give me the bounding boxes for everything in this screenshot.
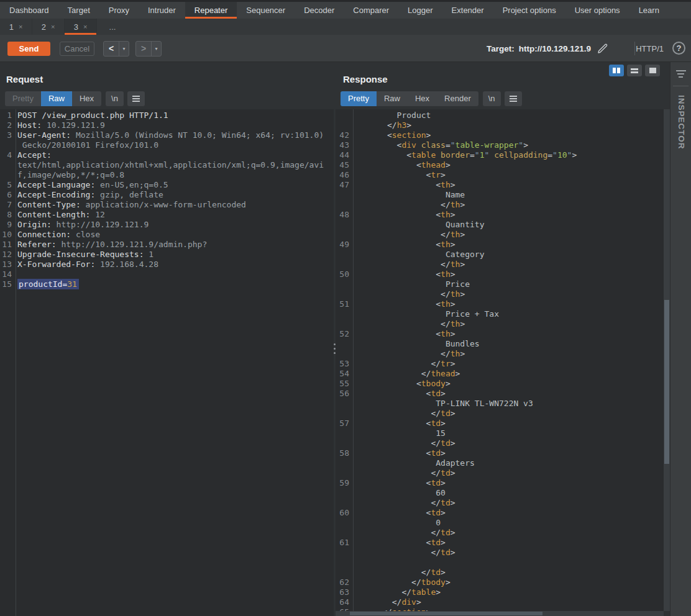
code-line: 60 <td>	[336, 508, 664, 518]
main-menu-bar: DashboardTargetProxyIntruderRepeaterSequ…	[0, 0, 691, 19]
response-tab-pretty[interactable]: Pretty	[341, 91, 377, 106]
back-dropdown-icon[interactable]: ▾	[119, 42, 129, 56]
line-number: 52	[336, 329, 353, 339]
code-line: 13X-Forwarded-For: 192.168.4.28	[0, 260, 334, 270]
code-line: 4Accept:	[0, 150, 334, 160]
line-number: 60	[336, 508, 353, 518]
response-editor-menu-icon[interactable]	[505, 91, 522, 106]
code-line: 14	[0, 270, 334, 279]
panel-splitter-handle[interactable]	[334, 343, 336, 354]
code-line: Gecko/20100101 Firefox/101.0	[0, 140, 334, 150]
line-number	[336, 309, 353, 319]
help-icon[interactable]: ?	[672, 42, 685, 55]
code-line: 48 <th>	[336, 210, 664, 220]
response-tab-hex[interactable]: Hex	[408, 91, 437, 106]
line-number: 56	[336, 389, 353, 399]
line-number: 57	[336, 419, 353, 428]
response-newline-toggle[interactable]: \n	[483, 91, 501, 106]
line-number: 46	[336, 170, 353, 180]
response-tab-raw[interactable]: Raw	[377, 91, 408, 106]
repeater-tab-2[interactable]: 2×	[32, 19, 65, 35]
menu-item-learn[interactable]: Learn	[629, 2, 669, 19]
menu-item-target[interactable]: Target	[58, 2, 99, 19]
code-line: 46 <tr>	[336, 170, 664, 180]
scrollbar-thumb[interactable]	[350, 612, 542, 615]
request-tab-pretty: Pretty	[5, 91, 41, 106]
line-number: 12	[0, 250, 16, 260]
code-line: 54 </thead>	[336, 369, 664, 379]
request-editor-menu-icon[interactable]	[127, 91, 145, 106]
menu-item-project-options[interactable]: Project options	[493, 2, 565, 19]
forward-arrow-icon[interactable]: >	[136, 42, 152, 56]
history-forward-button[interactable]: > ▾	[135, 41, 162, 57]
request-newline-toggle[interactable]: \n	[106, 91, 124, 106]
close-tab-icon[interactable]: ×	[19, 23, 22, 30]
response-horizontal-scrollbar[interactable]	[336, 611, 664, 616]
menu-item-user-options[interactable]: User options	[565, 2, 629, 19]
line-number	[336, 399, 353, 409]
menu-item-sequencer[interactable]: Sequencer	[237, 2, 295, 19]
code-line: </td>	[336, 568, 664, 578]
edit-target-pencil-icon[interactable]	[595, 41, 610, 56]
response-editor[interactable]: Product </h3>42 <section>43 <div class="…	[336, 109, 664, 616]
line-number	[336, 558, 353, 568]
line-number: 47	[336, 180, 353, 190]
code-line: 15productId=31	[0, 279, 334, 289]
repeater-tab-1[interactable]: 1×	[0, 19, 32, 35]
line-number	[336, 409, 353, 419]
request-tab-raw[interactable]: Raw	[41, 91, 72, 106]
menu-item-intruder[interactable]: Intruder	[139, 2, 185, 19]
menu-item-dashboard[interactable]: Dashboard	[0, 2, 58, 19]
line-number	[336, 349, 353, 359]
layout-single-button[interactable]	[645, 65, 660, 76]
repeater-tab-3[interactable]: 3×	[65, 19, 97, 35]
menu-item-extender[interactable]: Extender	[442, 2, 493, 19]
line-number: 3	[0, 130, 16, 140]
line-number	[336, 279, 353, 289]
cancel-button[interactable]: Cancel	[60, 42, 94, 56]
close-tab-icon[interactable]: ×	[51, 23, 55, 30]
code-line: Price + Tax	[336, 309, 664, 319]
line-number	[336, 250, 353, 260]
code-line: </th>	[336, 200, 664, 210]
line-number	[336, 289, 353, 299]
code-line: 1POST /view_product.php HTTP/1.1	[0, 111, 334, 120]
inspector-sidebar[interactable]: INSPECTOR	[670, 62, 691, 616]
code-line: 6Accept-Encoding: gzip, deflate	[0, 190, 334, 200]
forward-dropdown-icon[interactable]: ▾	[152, 42, 161, 56]
burp-repeater-window: DashboardTargetProxyIntruderRepeaterSequ…	[0, 0, 691, 616]
line-number	[336, 528, 353, 538]
menu-item-decoder[interactable]: Decoder	[295, 2, 344, 19]
code-line: 8Content-Length: 12	[0, 210, 334, 220]
scrollbar-thumb[interactable]	[664, 300, 669, 464]
code-line: 61 <td>	[336, 538, 664, 548]
back-arrow-icon[interactable]: <	[104, 42, 119, 56]
http-version-label[interactable]: HTTP/1	[636, 44, 664, 53]
layout-columns-button[interactable]	[609, 65, 624, 76]
close-tab-icon[interactable]: ×	[83, 23, 87, 30]
code-line: f,image/webp,*/*;q=0.8	[0, 170, 334, 180]
layout-rows-button[interactable]	[627, 65, 642, 76]
inspector-label[interactable]: INSPECTOR	[677, 95, 686, 150]
code-line: </th>	[336, 289, 664, 299]
menu-item-comparer[interactable]: Comparer	[344, 2, 398, 19]
response-vertical-scrollbar[interactable]	[664, 109, 670, 611]
menu-item-logger[interactable]: Logger	[398, 2, 442, 19]
response-tab-render[interactable]: Render	[437, 91, 478, 106]
menu-item-proxy[interactable]: Proxy	[99, 2, 139, 19]
inspector-collapse-icon[interactable]	[676, 70, 686, 78]
send-button[interactable]: Send	[7, 42, 50, 56]
code-line: 9Origin: http://10.129.121.9	[0, 220, 334, 230]
history-back-button[interactable]: < ▾	[103, 41, 129, 57]
request-tab-hex[interactable]: Hex	[72, 91, 101, 106]
inspector-divider	[673, 86, 689, 86]
code-line: Product	[336, 111, 664, 120]
new-tab-button[interactable]: ...	[97, 19, 128, 35]
code-line: 59 <td>	[336, 478, 664, 488]
menu-item-repeater[interactable]: Repeater	[185, 2, 237, 19]
toolbar-divider	[634, 42, 635, 55]
code-line: 7Content-Type: application/x-www-form-ur…	[0, 200, 334, 210]
request-editor[interactable]: 1POST /view_product.php HTTP/1.12Host: 1…	[0, 109, 334, 616]
line-number	[336, 260, 353, 270]
line-number	[0, 170, 16, 180]
